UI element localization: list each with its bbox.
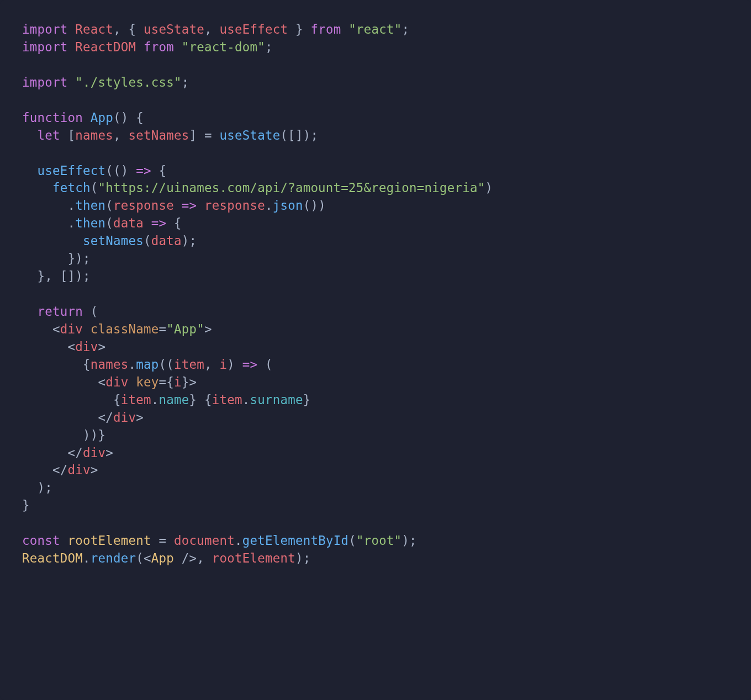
code-block: import React, { useState, useEffect } fr…	[0, 0, 751, 700]
code-content: import React, { useState, useEffect } fr…	[22, 22, 493, 565]
